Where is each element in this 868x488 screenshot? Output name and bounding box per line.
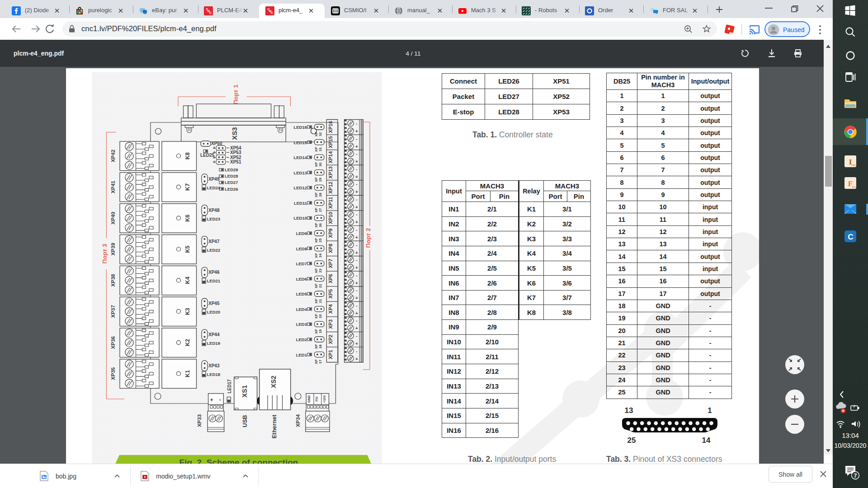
svg-text:XP3: XP3: [328, 319, 333, 329]
svg-text:31: 31: [318, 147, 322, 151]
svg-text:XP44: XP44: [208, 332, 220, 337]
svg-text:+: +: [213, 159, 216, 164]
svg-text:+: +: [210, 396, 213, 403]
svg-text:-: -: [356, 288, 357, 293]
svg-text:Ethernet: Ethernet: [271, 414, 278, 438]
svg-text:XP: XP: [314, 253, 318, 258]
svg-text:XP34: XP34: [295, 414, 301, 427]
svg-text:+: +: [355, 357, 358, 361]
svg-text:-: -: [356, 273, 357, 278]
svg-text:-: -: [219, 396, 221, 403]
svg-text:C: C: [209, 11, 212, 14]
svg-text:LED16: LED16: [293, 125, 307, 130]
svg-text:XP12: XP12: [328, 182, 333, 194]
svg-text:LED9: LED9: [296, 231, 307, 236]
svg-text:LED12: LED12: [293, 185, 307, 190]
svg-text:7: 7: [854, 473, 857, 479]
svg-text:XP: XP: [314, 147, 318, 152]
svg-text:LED15: LED15: [293, 140, 307, 145]
svg-text:19: 19: [318, 329, 322, 333]
svg-text:XP: XP: [314, 207, 318, 212]
svg-text:XP: XP: [314, 359, 318, 364]
svg-text:XP38: XP38: [110, 274, 116, 287]
svg-text:LED7: LED7: [296, 261, 307, 266]
svg-text:+: +: [355, 174, 358, 179]
svg-text:17: 17: [318, 360, 322, 364]
svg-text:XP: XP: [314, 238, 318, 243]
svg-text:+: +: [355, 326, 358, 331]
svg-text:+: +: [355, 341, 358, 346]
svg-text:XP14: XP14: [328, 151, 333, 164]
svg-text:Порт 1: Порт 1: [232, 84, 239, 104]
svg-text:XP1: XP1: [328, 350, 333, 359]
svg-text:-: -: [356, 167, 357, 172]
svg-text:+: +: [355, 205, 358, 210]
svg-text:Порт 3: Порт 3: [101, 244, 108, 263]
svg-text:XP: XP: [314, 177, 318, 182]
svg-text:22: 22: [318, 284, 322, 288]
svg-text:-: -: [356, 151, 357, 156]
svg-text:XP6: XP6: [328, 274, 333, 283]
svg-text:+: +: [355, 144, 358, 149]
svg-text:+: +: [355, 159, 358, 164]
svg-text:K4: K4: [184, 277, 191, 284]
svg-text:-: -: [356, 258, 357, 263]
svg-text:LED10: LED10: [293, 216, 307, 221]
svg-text:LED6: LED6: [296, 277, 307, 282]
svg-text:27: 27: [318, 208, 322, 212]
svg-text:20: 20: [318, 314, 322, 318]
svg-text:K8: K8: [184, 152, 191, 160]
svg-text:XP36: XP36: [110, 336, 116, 349]
svg-text:XP43: XP43: [208, 363, 220, 368]
svg-text:-: -: [356, 349, 357, 354]
svg-text:-: -: [356, 318, 357, 323]
svg-text:K1: K1: [184, 370, 191, 377]
svg-text:-: -: [356, 333, 357, 338]
svg-text:28: 28: [318, 192, 322, 197]
svg-text:XP35: XP35: [110, 367, 116, 380]
svg-text:XS1: XS1: [241, 385, 248, 397]
svg-text:XP13: XP13: [328, 166, 333, 178]
svg-text:18: 18: [318, 344, 322, 348]
svg-text:LED14: LED14: [293, 155, 307, 160]
svg-text:+: +: [355, 311, 358, 316]
svg-text:LED28: LED28: [225, 174, 238, 178]
svg-text:XP10: XP10: [328, 212, 333, 224]
svg-text:360: 360: [852, 186, 856, 188]
svg-text:XP16: XP16: [328, 121, 333, 133]
svg-text:XP: XP: [314, 314, 318, 319]
svg-text:XP40: XP40: [110, 212, 116, 225]
svg-text:XP33: XP33: [197, 414, 202, 427]
svg-text:+: +: [355, 235, 358, 240]
svg-text:LED5: LED5: [296, 291, 307, 296]
svg-text:XP: XP: [314, 222, 318, 227]
svg-text:Порт 2: Порт 2: [365, 228, 372, 248]
svg-text:XP15: XP15: [328, 136, 333, 148]
svg-text:LED29: LED29: [225, 167, 238, 172]
svg-text:LED8: LED8: [296, 246, 307, 251]
svg-text:LED13: LED13: [293, 170, 307, 175]
svg-text:LED24: LED24: [207, 185, 221, 190]
svg-text:-: -: [356, 197, 357, 202]
svg-text:XP: XP: [314, 328, 318, 333]
svg-text:+10V: +10V: [322, 395, 326, 403]
svg-text:LED3: LED3: [296, 322, 307, 327]
svg-text:XS2: XS2: [270, 375, 277, 388]
svg-text:XP: XP: [314, 268, 318, 273]
svg-text:-: -: [356, 212, 357, 217]
svg-text:LED11: LED11: [294, 201, 307, 206]
svg-text:XS3: XS3: [231, 127, 238, 140]
svg-text:C: C: [271, 11, 273, 14]
svg-text:-: -: [356, 227, 357, 232]
svg-text:LED1: LED1: [296, 352, 307, 357]
svg-text:XP42: XP42: [110, 150, 116, 162]
svg-text:XP8: XP8: [328, 244, 333, 253]
svg-text:XP: XP: [314, 283, 318, 288]
svg-text:29: 29: [318, 178, 322, 182]
svg-text:XP48: XP48: [208, 208, 220, 213]
svg-text:-: -: [356, 243, 357, 248]
svg-text:13:04: 13:04: [842, 432, 859, 439]
svg-text:XP37: XP37: [110, 305, 116, 318]
svg-text:K6: K6: [184, 215, 191, 222]
svg-text:-: -: [356, 303, 357, 308]
